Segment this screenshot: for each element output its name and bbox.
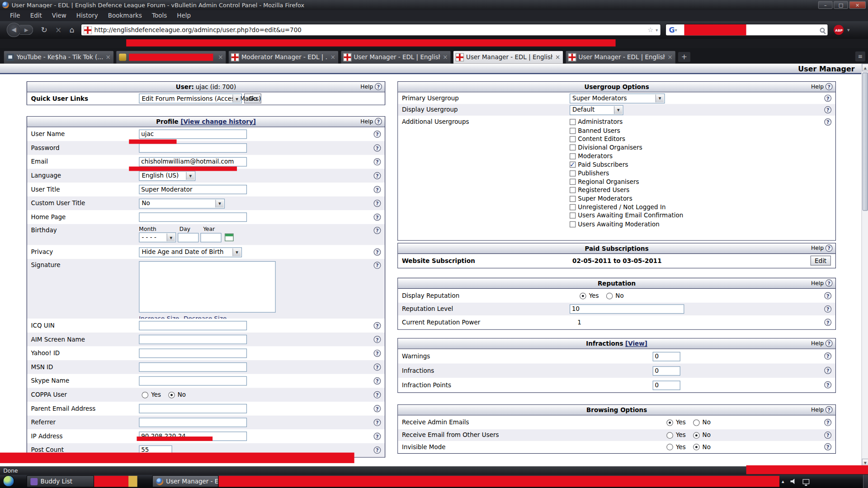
edit-subscription-button[interactable]: Edit <box>810 256 831 266</box>
help-icon[interactable] <box>375 83 382 90</box>
tab-close-icon[interactable] <box>218 54 223 61</box>
menu-edit[interactable]: Edit <box>26 11 47 20</box>
field-help-icon[interactable] <box>824 292 831 299</box>
url-text[interactable]: http://englishdefenceleague.org/admincp/… <box>94 26 302 33</box>
field-help-icon[interactable] <box>374 248 381 255</box>
menu-history[interactable]: History <box>72 11 103 20</box>
language-select[interactable]: English (US) <box>139 171 195 181</box>
view-change-history-link[interactable]: [View change history] <box>180 118 255 126</box>
skype-input[interactable] <box>139 376 247 386</box>
icq-input[interactable] <box>139 321 247 330</box>
minimize-button[interactable] <box>818 1 833 9</box>
infractions-view-link[interactable]: [View] <box>625 340 647 347</box>
email-input[interactable] <box>139 157 247 167</box>
admin-emails-yes-radio[interactable] <box>666 419 673 426</box>
help-icon[interactable] <box>826 406 833 413</box>
help-link[interactable]: Help <box>360 83 382 90</box>
bookmark-star-icon[interactable] <box>647 26 653 34</box>
help-link[interactable]: Help <box>360 118 382 125</box>
signature-textarea[interactable] <box>139 261 275 313</box>
birthday-year-input[interactable] <box>200 233 222 242</box>
adblock-icon[interactable]: ABP <box>834 25 844 35</box>
coppa-no-radio[interactable] <box>168 391 175 398</box>
field-help-icon[interactable] <box>374 432 381 440</box>
network-icon[interactable] <box>802 479 809 484</box>
menu-help[interactable]: Help <box>173 11 195 20</box>
home-button[interactable] <box>70 25 75 34</box>
url-dropdown-icon[interactable] <box>656 28 658 33</box>
help-link[interactable]: Help <box>811 406 833 413</box>
tab-youtube[interactable]: YouTube - Ke$ha - Tik Tok (... <box>3 50 114 63</box>
volume-icon[interactable] <box>790 479 796 484</box>
field-help-icon[interactable] <box>374 391 381 398</box>
reputation-level-input[interactable] <box>570 304 684 314</box>
user-name-input[interactable] <box>139 130 247 139</box>
primary-usergroup-select[interactable]: Super Moderators <box>570 93 665 103</box>
invisible-yes-radio[interactable] <box>666 444 673 450</box>
checkbox-registered-users[interactable] <box>570 187 576 193</box>
tab-user-manager-active[interactable]: User Manager - EDL | English... <box>453 50 564 63</box>
field-help-icon[interactable] <box>824 443 831 450</box>
other-emails-no-radio[interactable] <box>693 432 700 439</box>
other-emails-yes-radio[interactable] <box>666 432 673 439</box>
checkbox-super-moderators[interactable] <box>570 196 576 202</box>
field-help-icon[interactable] <box>374 144 381 151</box>
checkbox-paid-subscribers[interactable] <box>570 162 576 168</box>
field-help-icon[interactable] <box>374 418 381 426</box>
birthday-day-input[interactable] <box>178 233 199 242</box>
field-help-icon[interactable] <box>824 94 831 102</box>
help-icon[interactable] <box>826 83 833 90</box>
field-help-icon[interactable] <box>824 418 831 426</box>
infraction-points-input[interactable] <box>653 380 680 390</box>
field-help-icon[interactable] <box>374 446 381 454</box>
window-titlebar[interactable]: User Manager - EDL | English Defence Lea… <box>0 0 868 10</box>
invisible-no-radio[interactable] <box>693 444 700 450</box>
aim-input[interactable] <box>139 335 247 344</box>
display-usergroup-select[interactable]: Default <box>570 105 623 115</box>
tab-close-icon[interactable] <box>106 54 111 61</box>
checkbox-divisional-organisers[interactable] <box>570 145 576 150</box>
field-help-icon[interactable] <box>374 227 381 234</box>
search-icon[interactable] <box>820 28 825 33</box>
close-button[interactable] <box>849 1 866 9</box>
help-link[interactable]: Help <box>811 279 833 286</box>
url-bar[interactable]: http://englishdefenceleague.org/admincp/… <box>81 24 661 36</box>
field-help-icon[interactable] <box>374 363 381 371</box>
refresh-button[interactable] <box>41 25 47 34</box>
field-help-icon[interactable] <box>374 322 381 329</box>
menu-view[interactable]: View <box>47 11 71 20</box>
scroll-up-icon[interactable] <box>862 64 868 71</box>
password-input[interactable] <box>139 143 247 153</box>
field-help-icon[interactable] <box>374 186 381 193</box>
display-reputation-yes-radio[interactable] <box>580 292 586 299</box>
home-page-input[interactable] <box>139 212 247 222</box>
checkbox-awaiting-moderation[interactable] <box>570 221 576 227</box>
maximize-button[interactable] <box>834 1 848 9</box>
menu-file[interactable]: File <box>5 11 24 20</box>
birthday-month-select[interactable]: - - - - <box>139 232 176 242</box>
parent-email-input[interactable] <box>139 404 247 413</box>
calendar-icon[interactable] <box>225 234 234 241</box>
coppa-yes-radio[interactable] <box>142 391 148 398</box>
field-help-icon[interactable] <box>374 377 381 384</box>
field-help-icon[interactable] <box>374 130 381 137</box>
field-help-icon[interactable] <box>824 367 831 374</box>
admin-emails-no-radio[interactable] <box>693 419 700 426</box>
tab-list-button[interactable] <box>855 51 866 62</box>
field-help-icon[interactable] <box>374 262 381 269</box>
field-help-icon[interactable] <box>374 336 381 343</box>
tab-redacted[interactable] <box>116 50 226 63</box>
help-link[interactable]: Help <box>811 83 833 90</box>
back-button[interactable] <box>7 23 21 37</box>
field-help-icon[interactable] <box>374 405 381 412</box>
tray-expand-icon[interactable] <box>782 479 784 484</box>
field-help-icon[interactable] <box>824 106 831 113</box>
field-help-icon[interactable] <box>374 213 381 221</box>
checkbox-regional-organisers[interactable] <box>570 178 576 184</box>
taskbar-user-manager-button[interactable]: User Manager - E... <box>152 475 219 488</box>
field-help-icon[interactable] <box>374 199 381 206</box>
msn-input[interactable] <box>139 362 247 372</box>
field-help-icon[interactable] <box>824 352 831 360</box>
show-desktop-button[interactable] <box>863 475 868 488</box>
field-help-icon[interactable] <box>824 319 831 326</box>
